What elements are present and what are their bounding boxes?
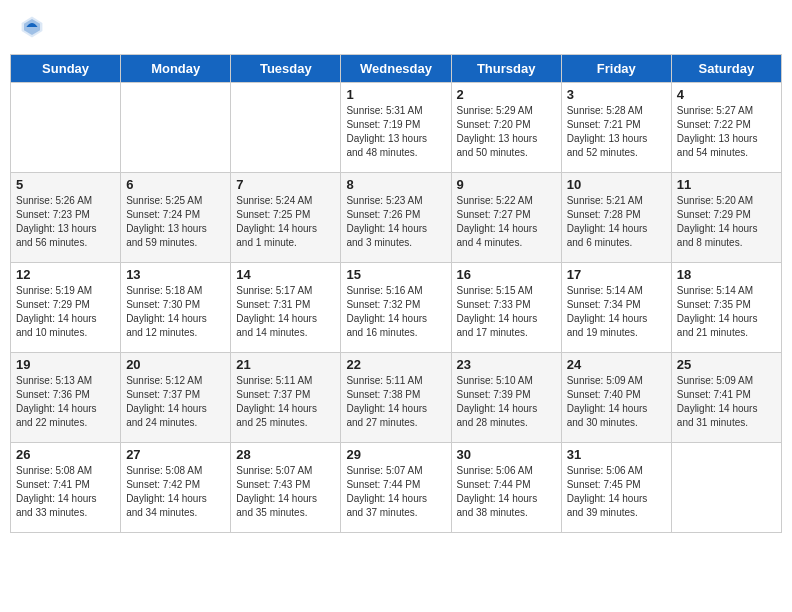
day-number: 28 xyxy=(236,447,335,462)
day-number: 5 xyxy=(16,177,115,192)
day-info: Sunrise: 5:20 AM Sunset: 7:29 PM Dayligh… xyxy=(677,194,776,250)
calendar-week-row: 12Sunrise: 5:19 AM Sunset: 7:29 PM Dayli… xyxy=(11,263,782,353)
calendar-table: SundayMondayTuesdayWednesdayThursdayFrid… xyxy=(10,54,782,533)
day-info: Sunrise: 5:17 AM Sunset: 7:31 PM Dayligh… xyxy=(236,284,335,340)
calendar-cell: 22Sunrise: 5:11 AM Sunset: 7:38 PM Dayli… xyxy=(341,353,451,443)
day-number: 23 xyxy=(457,357,556,372)
day-number: 1 xyxy=(346,87,445,102)
day-info: Sunrise: 5:16 AM Sunset: 7:32 PM Dayligh… xyxy=(346,284,445,340)
day-number: 18 xyxy=(677,267,776,282)
calendar-week-row: 26Sunrise: 5:08 AM Sunset: 7:41 PM Dayli… xyxy=(11,443,782,533)
day-number: 20 xyxy=(126,357,225,372)
weekday-header-tuesday: Tuesday xyxy=(231,55,341,83)
calendar-cell: 11Sunrise: 5:20 AM Sunset: 7:29 PM Dayli… xyxy=(671,173,781,263)
calendar-cell: 14Sunrise: 5:17 AM Sunset: 7:31 PM Dayli… xyxy=(231,263,341,353)
day-number: 27 xyxy=(126,447,225,462)
day-info: Sunrise: 5:22 AM Sunset: 7:27 PM Dayligh… xyxy=(457,194,556,250)
day-number: 25 xyxy=(677,357,776,372)
calendar-cell xyxy=(671,443,781,533)
day-number: 14 xyxy=(236,267,335,282)
calendar-cell: 3Sunrise: 5:28 AM Sunset: 7:21 PM Daylig… xyxy=(561,83,671,173)
calendar-cell: 23Sunrise: 5:10 AM Sunset: 7:39 PM Dayli… xyxy=(451,353,561,443)
day-number: 19 xyxy=(16,357,115,372)
day-number: 24 xyxy=(567,357,666,372)
day-number: 6 xyxy=(126,177,225,192)
calendar-cell: 17Sunrise: 5:14 AM Sunset: 7:34 PM Dayli… xyxy=(561,263,671,353)
day-info: Sunrise: 5:09 AM Sunset: 7:40 PM Dayligh… xyxy=(567,374,666,430)
calendar-cell xyxy=(231,83,341,173)
calendar-cell: 1Sunrise: 5:31 AM Sunset: 7:19 PM Daylig… xyxy=(341,83,451,173)
calendar-cell: 28Sunrise: 5:07 AM Sunset: 7:43 PM Dayli… xyxy=(231,443,341,533)
calendar-cell: 24Sunrise: 5:09 AM Sunset: 7:40 PM Dayli… xyxy=(561,353,671,443)
day-number: 21 xyxy=(236,357,335,372)
day-info: Sunrise: 5:11 AM Sunset: 7:38 PM Dayligh… xyxy=(346,374,445,430)
day-info: Sunrise: 5:14 AM Sunset: 7:35 PM Dayligh… xyxy=(677,284,776,340)
day-info: Sunrise: 5:26 AM Sunset: 7:23 PM Dayligh… xyxy=(16,194,115,250)
calendar-cell: 15Sunrise: 5:16 AM Sunset: 7:32 PM Dayli… xyxy=(341,263,451,353)
weekday-header-sunday: Sunday xyxy=(11,55,121,83)
day-number: 16 xyxy=(457,267,556,282)
calendar-cell: 25Sunrise: 5:09 AM Sunset: 7:41 PM Dayli… xyxy=(671,353,781,443)
weekday-header-saturday: Saturday xyxy=(671,55,781,83)
day-number: 17 xyxy=(567,267,666,282)
weekday-header-friday: Friday xyxy=(561,55,671,83)
day-number: 2 xyxy=(457,87,556,102)
calendar-cell xyxy=(121,83,231,173)
calendar-cell: 2Sunrise: 5:29 AM Sunset: 7:20 PM Daylig… xyxy=(451,83,561,173)
day-number: 10 xyxy=(567,177,666,192)
day-info: Sunrise: 5:23 AM Sunset: 7:26 PM Dayligh… xyxy=(346,194,445,250)
day-info: Sunrise: 5:07 AM Sunset: 7:43 PM Dayligh… xyxy=(236,464,335,520)
day-info: Sunrise: 5:15 AM Sunset: 7:33 PM Dayligh… xyxy=(457,284,556,340)
day-info: Sunrise: 5:06 AM Sunset: 7:45 PM Dayligh… xyxy=(567,464,666,520)
day-info: Sunrise: 5:14 AM Sunset: 7:34 PM Dayligh… xyxy=(567,284,666,340)
day-info: Sunrise: 5:19 AM Sunset: 7:29 PM Dayligh… xyxy=(16,284,115,340)
calendar-week-row: 5Sunrise: 5:26 AM Sunset: 7:23 PM Daylig… xyxy=(11,173,782,263)
day-info: Sunrise: 5:10 AM Sunset: 7:39 PM Dayligh… xyxy=(457,374,556,430)
calendar-cell: 20Sunrise: 5:12 AM Sunset: 7:37 PM Dayli… xyxy=(121,353,231,443)
day-info: Sunrise: 5:06 AM Sunset: 7:44 PM Dayligh… xyxy=(457,464,556,520)
day-info: Sunrise: 5:08 AM Sunset: 7:42 PM Dayligh… xyxy=(126,464,225,520)
calendar-cell: 30Sunrise: 5:06 AM Sunset: 7:44 PM Dayli… xyxy=(451,443,561,533)
day-number: 26 xyxy=(16,447,115,462)
day-info: Sunrise: 5:21 AM Sunset: 7:28 PM Dayligh… xyxy=(567,194,666,250)
calendar-cell: 10Sunrise: 5:21 AM Sunset: 7:28 PM Dayli… xyxy=(561,173,671,263)
day-info: Sunrise: 5:13 AM Sunset: 7:36 PM Dayligh… xyxy=(16,374,115,430)
calendar-cell: 8Sunrise: 5:23 AM Sunset: 7:26 PM Daylig… xyxy=(341,173,451,263)
day-info: Sunrise: 5:12 AM Sunset: 7:37 PM Dayligh… xyxy=(126,374,225,430)
calendar-cell: 12Sunrise: 5:19 AM Sunset: 7:29 PM Dayli… xyxy=(11,263,121,353)
day-number: 3 xyxy=(567,87,666,102)
calendar-cell: 18Sunrise: 5:14 AM Sunset: 7:35 PM Dayli… xyxy=(671,263,781,353)
logo-icon xyxy=(20,15,44,39)
calendar-cell: 16Sunrise: 5:15 AM Sunset: 7:33 PM Dayli… xyxy=(451,263,561,353)
day-info: Sunrise: 5:24 AM Sunset: 7:25 PM Dayligh… xyxy=(236,194,335,250)
day-number: 31 xyxy=(567,447,666,462)
day-number: 9 xyxy=(457,177,556,192)
page-header xyxy=(10,10,782,44)
calendar-cell: 19Sunrise: 5:13 AM Sunset: 7:36 PM Dayli… xyxy=(11,353,121,443)
calendar-cell: 4Sunrise: 5:27 AM Sunset: 7:22 PM Daylig… xyxy=(671,83,781,173)
calendar-cell: 7Sunrise: 5:24 AM Sunset: 7:25 PM Daylig… xyxy=(231,173,341,263)
day-number: 12 xyxy=(16,267,115,282)
day-info: Sunrise: 5:31 AM Sunset: 7:19 PM Dayligh… xyxy=(346,104,445,160)
day-number: 8 xyxy=(346,177,445,192)
weekday-header-thursday: Thursday xyxy=(451,55,561,83)
day-number: 4 xyxy=(677,87,776,102)
day-number: 29 xyxy=(346,447,445,462)
calendar-cell xyxy=(11,83,121,173)
weekday-header-row: SundayMondayTuesdayWednesdayThursdayFrid… xyxy=(11,55,782,83)
day-info: Sunrise: 5:11 AM Sunset: 7:37 PM Dayligh… xyxy=(236,374,335,430)
calendar-cell: 9Sunrise: 5:22 AM Sunset: 7:27 PM Daylig… xyxy=(451,173,561,263)
calendar-cell: 21Sunrise: 5:11 AM Sunset: 7:37 PM Dayli… xyxy=(231,353,341,443)
day-number: 15 xyxy=(346,267,445,282)
weekday-header-monday: Monday xyxy=(121,55,231,83)
calendar-cell: 27Sunrise: 5:08 AM Sunset: 7:42 PM Dayli… xyxy=(121,443,231,533)
calendar-cell: 26Sunrise: 5:08 AM Sunset: 7:41 PM Dayli… xyxy=(11,443,121,533)
weekday-header-wednesday: Wednesday xyxy=(341,55,451,83)
day-info: Sunrise: 5:28 AM Sunset: 7:21 PM Dayligh… xyxy=(567,104,666,160)
day-number: 30 xyxy=(457,447,556,462)
day-info: Sunrise: 5:08 AM Sunset: 7:41 PM Dayligh… xyxy=(16,464,115,520)
day-info: Sunrise: 5:27 AM Sunset: 7:22 PM Dayligh… xyxy=(677,104,776,160)
calendar-cell: 6Sunrise: 5:25 AM Sunset: 7:24 PM Daylig… xyxy=(121,173,231,263)
day-number: 7 xyxy=(236,177,335,192)
day-info: Sunrise: 5:18 AM Sunset: 7:30 PM Dayligh… xyxy=(126,284,225,340)
